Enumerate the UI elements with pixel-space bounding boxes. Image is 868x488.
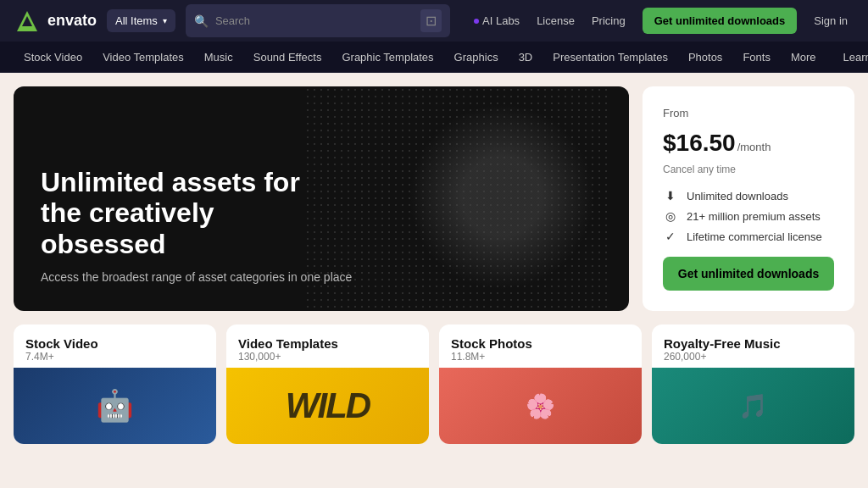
nav-item-video-templates[interactable]: Video Templates <box>92 42 194 73</box>
card-title-video-templates: Video Templates <box>238 336 417 351</box>
card-header-stock-video: Stock Video 7.4M+ <box>14 324 216 368</box>
pricing-card: From $16.50 /month Cancel any time ⬇ Unl… <box>643 86 854 311</box>
pricing-cta-button[interactable]: Get unlimited downloads <box>663 257 834 291</box>
search-input[interactable] <box>215 14 414 27</box>
nav-item-fonts[interactable]: Fonts <box>732 42 781 73</box>
card-header-video-templates: Video Templates 130,000+ <box>226 324 429 368</box>
bottom-categories: Stock Video 7.4M+ 🤖 Video Templates 130,… <box>0 324 868 458</box>
header-cta-button[interactable]: Get unlimited downloads <box>643 8 798 34</box>
card-header-royalty-music: Royalty-Free Music 260,000+ <box>652 324 854 368</box>
all-items-dropdown[interactable]: All Items ▾ <box>107 9 175 32</box>
learn-link[interactable]: Learn <box>833 51 868 64</box>
card-thumb-stock-photos: 🌸 <box>439 368 642 444</box>
ai-dot-icon <box>474 19 479 24</box>
feature-item-assets: ◎ 21+ million premium assets <box>663 209 834 223</box>
from-label: From <box>663 107 834 119</box>
hero-title: Unlimited assets for the creatively obse… <box>41 167 346 260</box>
cancel-text: Cancel any time <box>663 164 834 175</box>
hero-card: Unlimited assets for the creatively obse… <box>14 86 629 311</box>
header-nav: AI Labs License Pricing <box>467 9 632 32</box>
envato-logo-icon <box>14 8 41 35</box>
search-icon: 🔍 <box>194 14 209 28</box>
nav-item-graphics[interactable]: Graphics <box>444 42 509 73</box>
nav-item-presentation-templates[interactable]: Presentation Templates <box>542 42 678 73</box>
assets-icon: ◎ <box>663 209 678 223</box>
card-count-stock-video: 7.4M+ <box>25 351 204 363</box>
barcode-icon[interactable]: ⊡ <box>420 9 442 32</box>
nav-item-more[interactable]: More <box>781 42 826 73</box>
nav-item-sound-effects[interactable]: Sound Effects <box>243 42 332 73</box>
search-bar: 🔍 ⊡ <box>186 4 450 37</box>
price-line: $16.50 /month <box>663 130 834 157</box>
nav-item-photos[interactable]: Photos <box>678 42 732 73</box>
price-period: /month <box>737 141 771 153</box>
card-count-video-templates: 130,000+ <box>238 351 417 363</box>
card-title-stock-video: Stock Video <box>25 336 204 351</box>
card-count-royalty-music: 260,000+ <box>664 351 843 363</box>
card-thumb-royalty-music: 🎵 <box>652 368 854 444</box>
category-card-video-templates[interactable]: Video Templates 130,000+ WILD <box>226 324 429 444</box>
pattern-icon: WILD <box>286 385 370 426</box>
license-link[interactable]: License <box>530 9 581 32</box>
nav-item-graphic-templates[interactable]: Graphic Templates <box>331 42 443 73</box>
card-title-royalty-music: Royalty-Free Music <box>664 336 843 351</box>
chevron-down-icon: ▾ <box>163 16 167 25</box>
ai-labs-link[interactable]: AI Labs <box>467 9 526 32</box>
robot-figure-icon: 🤖 <box>96 388 134 424</box>
nav-items-list: Stock Video Video Templates Music Sound … <box>14 42 826 73</box>
card-thumb-video-templates: WILD <box>226 368 429 444</box>
logo-text: envato <box>47 12 97 30</box>
card-count-stock-photos: 11.8M+ <box>451 351 630 363</box>
feature-item-license: ✓ Lifetime commercial license <box>663 230 834 243</box>
main-content: Unlimited assets for the creatively obse… <box>0 73 868 324</box>
category-card-royalty-music[interactable]: Royalty-Free Music 260,000+ 🎵 <box>652 324 854 444</box>
nav-item-stock-video[interactable]: Stock Video <box>14 42 92 73</box>
flower-icon: 🌸 <box>526 392 555 420</box>
feature-item-downloads: ⬇ Unlimited downloads <box>663 189 834 202</box>
category-card-stock-photos[interactable]: Stock Photos 11.8M+ 🌸 <box>439 324 642 444</box>
license-check-icon: ✓ <box>663 230 678 243</box>
category-card-stock-video[interactable]: Stock Video 7.4M+ 🤖 <box>14 324 216 444</box>
music-icon: 🎵 <box>738 392 768 420</box>
card-title-stock-photos: Stock Photos <box>451 336 630 351</box>
category-navbar: Stock Video Video Templates Music Sound … <box>0 42 868 73</box>
features-list: ⬇ Unlimited downloads ◎ 21+ million prem… <box>663 189 834 243</box>
card-header-stock-photos: Stock Photos 11.8M+ <box>439 324 642 368</box>
price-amount: $16.50 <box>663 130 736 157</box>
feature-label-downloads: Unlimited downloads <box>687 190 788 202</box>
nav-item-3d[interactable]: 3D <box>509 42 543 73</box>
feature-label-license: Lifetime commercial license <box>687 230 822 243</box>
signin-link[interactable]: Sign in <box>807 9 854 32</box>
card-thumb-stock-video: 🤖 <box>14 368 216 444</box>
main-header: envato All Items ▾ 🔍 ⊡ AI Labs License P… <box>0 0 868 42</box>
feature-label-assets: 21+ million premium assets <box>687 210 821 223</box>
hero-subtitle: Access the broadest range of asset categ… <box>41 270 602 284</box>
hero-content: Unlimited assets for the creatively obse… <box>41 167 602 284</box>
pricing-link[interactable]: Pricing <box>585 9 632 32</box>
logo[interactable]: envato <box>14 8 97 35</box>
nav-item-music[interactable]: Music <box>194 42 243 73</box>
download-icon: ⬇ <box>663 189 678 202</box>
